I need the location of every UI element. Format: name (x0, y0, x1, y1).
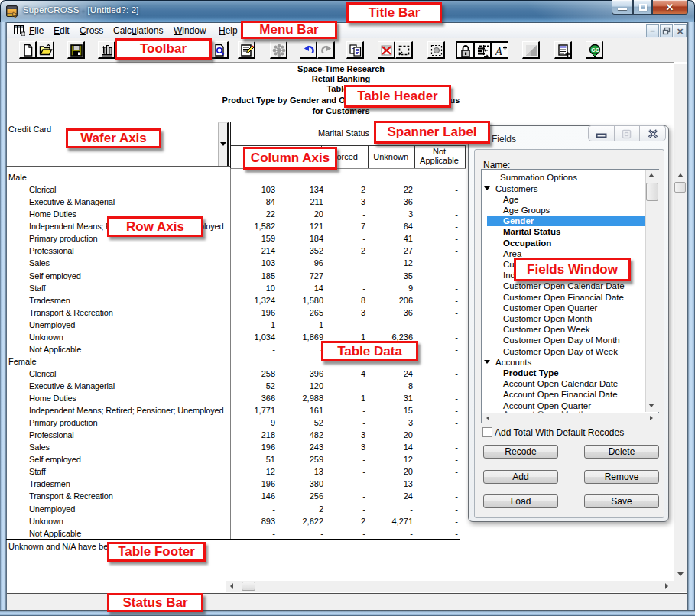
svg-text:A: A (495, 46, 502, 57)
svg-text:GO: GO (591, 47, 599, 53)
